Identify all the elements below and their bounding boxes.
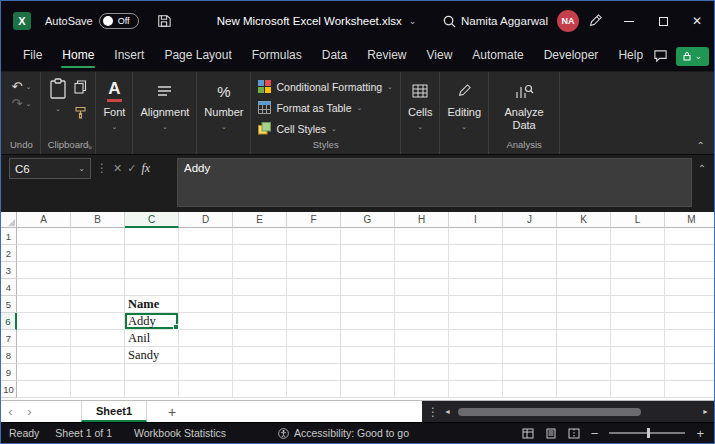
cell-B8[interactable] (71, 347, 125, 364)
cell-B3[interactable] (71, 262, 125, 279)
cell-I2[interactable] (449, 245, 503, 262)
cell-L2[interactable] (611, 245, 665, 262)
cell-F4[interactable] (287, 279, 341, 296)
column-header-A[interactable]: A (17, 212, 71, 228)
redo-button[interactable]: ↷ ⌄ (11, 97, 31, 110)
menu-item-help[interactable]: Help (608, 41, 653, 71)
cell-C6[interactable]: Addy (125, 313, 179, 330)
cell-A3[interactable] (17, 262, 71, 279)
cell-M1[interactable] (665, 228, 714, 245)
cell-F9[interactable] (287, 364, 341, 381)
cell-J1[interactable] (503, 228, 557, 245)
cell-C8[interactable]: Sandy (125, 347, 179, 364)
page-layout-view-icon[interactable] (545, 428, 557, 439)
horizontal-scrollbar-track[interactable] (456, 407, 697, 417)
cell-A10[interactable] (17, 381, 71, 398)
cell-D4[interactable] (179, 279, 233, 296)
cell-J8[interactable] (503, 347, 557, 364)
cell-J6[interactable] (503, 313, 557, 330)
row-header-1[interactable]: 1 (1, 228, 17, 245)
menu-item-formulas[interactable]: Formulas (242, 41, 312, 71)
cell-L3[interactable] (611, 262, 665, 279)
cell-L8[interactable] (611, 347, 665, 364)
cell-E9[interactable] (233, 364, 287, 381)
cell-E4[interactable] (233, 279, 287, 296)
cell-G2[interactable] (341, 245, 395, 262)
cell-I6[interactable] (449, 313, 503, 330)
cell-K2[interactable] (557, 245, 611, 262)
cell-E8[interactable] (233, 347, 287, 364)
cell-A8[interactable] (17, 347, 71, 364)
row-header-4[interactable]: 4 (1, 279, 17, 296)
cell-K6[interactable] (557, 313, 611, 330)
insert-function-icon[interactable]: fx (141, 158, 150, 176)
dots-separator-icon[interactable]: ⋮ (427, 405, 439, 419)
cell-F8[interactable] (287, 347, 341, 364)
maximize-button[interactable] (646, 1, 680, 41)
cell-G4[interactable] (341, 279, 395, 296)
column-header-F[interactable]: F (287, 212, 341, 228)
cell-G1[interactable] (341, 228, 395, 245)
cell-K7[interactable] (557, 330, 611, 347)
cell-F1[interactable] (287, 228, 341, 245)
conditional-formatting-button[interactable]: Conditional Formatting ⌄ (258, 76, 393, 97)
save-icon[interactable] (157, 14, 171, 28)
cell-A6[interactable] (17, 313, 71, 330)
cell-B1[interactable] (71, 228, 125, 245)
zoom-slider-thumb[interactable] (647, 428, 650, 438)
cell-M3[interactable] (665, 262, 714, 279)
cell-H4[interactable] (395, 279, 449, 296)
collapse-ribbon-icon[interactable]: ⌃ (697, 140, 705, 151)
cell-L6[interactable] (611, 313, 665, 330)
cell-E1[interactable] (233, 228, 287, 245)
cell-G8[interactable] (341, 347, 395, 364)
sheet-tab-sheet1[interactable]: Sheet1 (81, 401, 147, 422)
editing-dropdown-button[interactable]: Editing ⌄ (447, 75, 481, 153)
cell-C10[interactable] (125, 381, 179, 398)
cell-D1[interactable] (179, 228, 233, 245)
cell-M7[interactable] (665, 330, 714, 347)
cell-H1[interactable] (395, 228, 449, 245)
menu-item-page-layout[interactable]: Page Layout (154, 41, 241, 71)
cell-A4[interactable] (17, 279, 71, 296)
cell-F10[interactable] (287, 381, 341, 398)
formula-input[interactable]: Addy (177, 158, 692, 207)
cell-B7[interactable] (71, 330, 125, 347)
cell-C2[interactable] (125, 245, 179, 262)
avatar[interactable]: NA (557, 10, 579, 32)
comments-icon[interactable] (653, 49, 668, 63)
cell-K9[interactable] (557, 364, 611, 381)
cell-I3[interactable] (449, 262, 503, 279)
cell-D7[interactable] (179, 330, 233, 347)
cell-C7[interactable]: Anil (125, 330, 179, 347)
cell-I8[interactable] (449, 347, 503, 364)
add-sheet-icon[interactable]: + (159, 401, 185, 422)
scroll-right-icon[interactable]: ► (702, 408, 709, 415)
format-as-table-button[interactable]: Format as Table ⌄ (258, 97, 362, 118)
cell-E2[interactable] (233, 245, 287, 262)
cell-M5[interactable] (665, 296, 714, 313)
cell-L1[interactable] (611, 228, 665, 245)
row-header-2[interactable]: 2 (1, 245, 17, 262)
scroll-left-icon[interactable]: ◄ (444, 408, 451, 415)
cell-B5[interactable] (71, 296, 125, 313)
cell-H2[interactable] (395, 245, 449, 262)
cell-B6[interactable] (71, 313, 125, 330)
cell-D5[interactable] (179, 296, 233, 313)
cell-G10[interactable] (341, 381, 395, 398)
cell-M9[interactable] (665, 364, 714, 381)
cell-D3[interactable] (179, 262, 233, 279)
row-header-3[interactable]: 3 (1, 262, 17, 279)
cell-L9[interactable] (611, 364, 665, 381)
name-box[interactable]: C6 ⌄ (9, 158, 91, 179)
cell-G5[interactable] (341, 296, 395, 313)
cell-H7[interactable] (395, 330, 449, 347)
column-header-K[interactable]: K (557, 212, 611, 228)
pen-icon[interactable] (588, 14, 602, 28)
page-break-preview-icon[interactable] (568, 428, 580, 439)
document-title[interactable]: New Microsoft Excel Worksheet.xlsx ⌄ (217, 15, 417, 27)
cell-H8[interactable] (395, 347, 449, 364)
cell-M10[interactable] (665, 381, 714, 398)
cell-J4[interactable] (503, 279, 557, 296)
cell-B9[interactable] (71, 364, 125, 381)
